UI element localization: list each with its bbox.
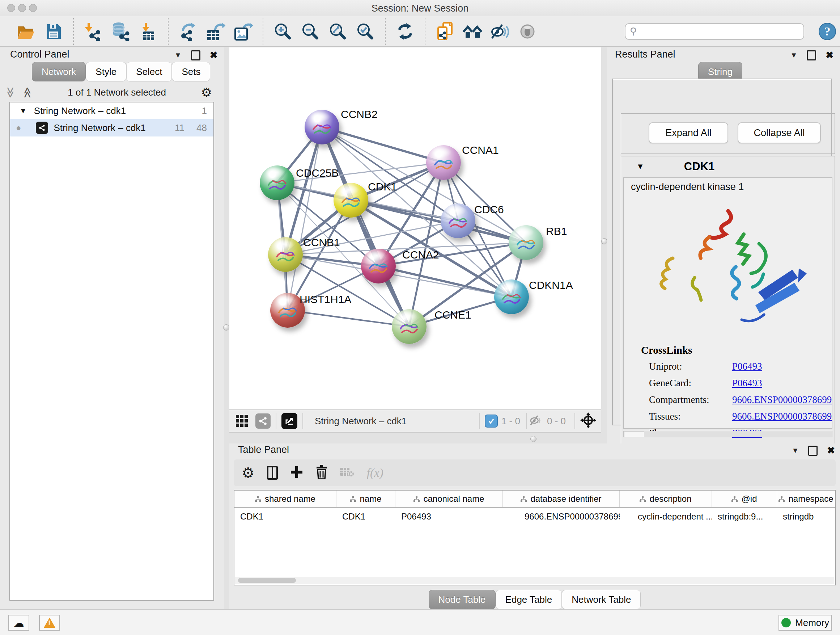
cell-id[interactable]: stringdb:9...: [712, 508, 777, 525]
help-icon[interactable]: ?: [817, 20, 838, 43]
show-columns-icon[interactable]: [267, 466, 278, 480]
tab-sets[interactable]: Sets: [172, 62, 210, 81]
zoom-in-icon[interactable]: [272, 20, 294, 43]
selected-checkbox-icon[interactable]: [485, 415, 498, 428]
crosslink-link[interactable]: 9606.ENSP00000378699: [732, 394, 832, 405]
network-node[interactable]: [508, 225, 543, 260]
collapse-all-networks-icon[interactable]: ≫: [4, 87, 17, 98]
table-hscrollbar[interactable]: [235, 577, 834, 584]
table-row[interactable]: CDK1 CDK1 P06493 9606.ENSP00000378699 cy…: [234, 508, 835, 525]
search-input[interactable]: [639, 26, 796, 37]
left-splitter-handle[interactable]: [223, 325, 229, 331]
grid-view-icon[interactable]: [235, 414, 249, 428]
tab-node-table[interactable]: Node Table: [429, 590, 496, 609]
network-edge[interactable]: [378, 266, 512, 297]
network-node[interactable]: [333, 183, 368, 218]
zoom-selected-icon[interactable]: [355, 20, 376, 43]
results-hscrollbar[interactable]: [623, 431, 832, 437]
cell-database-identifier[interactable]: 9606.ENSP00000378699: [503, 508, 620, 525]
network-row[interactable]: ● String Network – cdk1 11 48: [10, 119, 213, 136]
network-node[interactable]: [392, 309, 426, 344]
tab-edge-table[interactable]: Edge Table: [496, 590, 562, 609]
float-panel-icon[interactable]: [807, 50, 816, 60]
detach-view-icon[interactable]: [281, 413, 297, 429]
entry-expander-icon[interactable]: ▼: [636, 162, 644, 171]
float-panel-icon[interactable]: [808, 446, 818, 456]
network-node[interactable]: [426, 145, 461, 180]
column-header[interactable]: database identifier: [503, 491, 620, 507]
show-all-icon[interactable]: [517, 20, 538, 43]
close-panel-icon[interactable]: ✖: [827, 445, 835, 456]
network-edge[interactable]: [287, 310, 409, 326]
network-edge[interactable]: [409, 163, 444, 326]
cell-namespace[interactable]: stringdb: [777, 508, 835, 525]
cloud-button[interactable]: ☁: [8, 615, 29, 631]
tab-network[interactable]: Network: [32, 62, 86, 81]
cell-name[interactable]: CDK1: [336, 508, 395, 525]
network-edge[interactable]: [322, 127, 444, 163]
result-entry-header[interactable]: ▼ CDK1: [621, 157, 835, 177]
column-header[interactable]: namespace: [777, 491, 835, 507]
memory-button[interactable]: Memory: [778, 615, 832, 631]
tab-style[interactable]: Style: [86, 62, 126, 81]
first-neighbors-icon[interactable]: [462, 20, 483, 43]
zoom-out-icon[interactable]: [300, 20, 321, 43]
warnings-button[interactable]: [39, 615, 60, 631]
collection-expander-icon[interactable]: ▼: [19, 107, 27, 115]
add-column-icon[interactable]: [290, 466, 303, 480]
network-node[interactable]: [268, 237, 303, 272]
network-options-gear-icon[interactable]: ⚙: [201, 86, 212, 98]
crosslink-link[interactable]: P06493: [732, 361, 762, 372]
open-session-icon[interactable]: [16, 20, 36, 43]
collapse-all-button[interactable]: Collapse All: [737, 122, 821, 143]
save-session-icon[interactable]: [43, 20, 64, 43]
column-header[interactable]: @id: [712, 491, 777, 507]
tab-select[interactable]: Select: [126, 62, 172, 81]
expand-all-networks-icon[interactable]: ≫: [21, 87, 34, 98]
panel-menu-icon[interactable]: ▼: [791, 447, 799, 455]
birdseye-navigator-icon[interactable]: [580, 412, 596, 430]
table-options-gear-icon[interactable]: ⚙: [242, 466, 255, 480]
network-node[interactable]: [361, 249, 396, 283]
import-table-icon[interactable]: [138, 20, 159, 43]
delete-table-icon: [340, 466, 355, 479]
panel-menu-icon[interactable]: ▼: [174, 51, 182, 59]
export-image-icon[interactable]: [233, 20, 254, 43]
network-node[interactable]: [494, 279, 529, 314]
network-node[interactable]: [305, 110, 339, 144]
export-table-icon[interactable]: [205, 20, 226, 43]
cell-description[interactable]: cyclin-dependent ...: [620, 508, 712, 525]
apply-layout-icon[interactable]: [395, 20, 416, 43]
search-box[interactable]: ⚲: [625, 23, 804, 40]
column-header[interactable]: shared name: [234, 491, 336, 507]
float-panel-icon[interactable]: [191, 50, 201, 60]
network-canvas[interactable]: CCNB2 CCNA1 CDC25B CDK1 CDC6 RB1: [229, 48, 601, 409]
close-panel-icon[interactable]: ✖: [210, 50, 218, 61]
table-toolbar: ⚙ f(x): [234, 459, 836, 486]
network-node[interactable]: [441, 203, 475, 238]
crosslink-link[interactable]: 9606.ENSP00000378699: [732, 411, 832, 422]
cell-shared-name[interactable]: CDK1: [234, 508, 336, 525]
right-splitter-handle[interactable]: [601, 238, 607, 244]
export-network-icon[interactable]: [178, 20, 199, 43]
hide-selected-icon[interactable]: [489, 20, 510, 43]
import-network-file-icon[interactable]: [83, 20, 104, 43]
clone-network-icon[interactable]: [434, 20, 455, 43]
zoom-fit-icon[interactable]: [327, 20, 348, 43]
tab-network-table[interactable]: Network Table: [562, 590, 641, 609]
crosslink-link[interactable]: P06493: [732, 378, 762, 389]
delete-column-icon[interactable]: [316, 465, 328, 481]
column-header[interactable]: canonical name: [395, 491, 503, 507]
network-edge[interactable]: [287, 127, 322, 310]
import-network-database-icon[interactable]: [111, 20, 131, 43]
expand-all-button[interactable]: Expand All: [649, 122, 728, 143]
column-header[interactable]: name: [336, 491, 395, 507]
panel-menu-icon[interactable]: ▼: [790, 51, 797, 59]
network-view-share-icon[interactable]: [256, 413, 271, 429]
column-header[interactable]: description: [620, 491, 712, 507]
close-panel-icon[interactable]: ✖: [826, 50, 834, 61]
function-builder-icon: f(x): [367, 466, 384, 480]
cell-canonical-name[interactable]: P06493: [395, 508, 503, 525]
network-node[interactable]: [260, 165, 294, 200]
network-collection-row[interactable]: ▼ String Network – cdk1 1: [10, 103, 213, 119]
